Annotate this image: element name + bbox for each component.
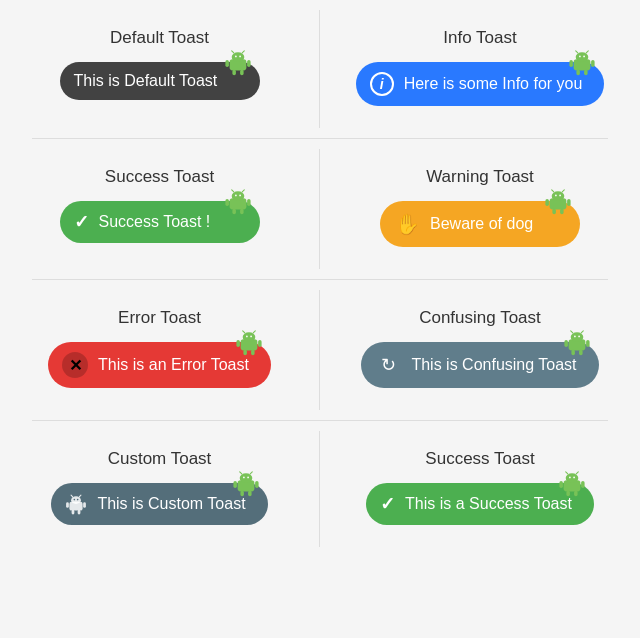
svg-point-61 bbox=[239, 473, 252, 483]
toast-success2: ✓ This is a Success Toast bbox=[366, 483, 594, 525]
svg-rect-26 bbox=[225, 199, 229, 206]
svg-point-2 bbox=[235, 56, 237, 58]
hand-icon: ✋ bbox=[394, 211, 420, 237]
android-badge-error bbox=[235, 328, 263, 356]
check-icon-2: ✓ bbox=[380, 493, 395, 515]
toast-title-error: Error Toast bbox=[118, 308, 201, 328]
svg-rect-38 bbox=[552, 209, 556, 215]
x-icon: ✕ bbox=[62, 352, 88, 378]
svg-rect-46 bbox=[236, 340, 240, 347]
toast-cell-success2: Success Toast ✓ This is a Success Toast bbox=[320, 431, 640, 547]
svg-rect-89 bbox=[574, 491, 578, 497]
toast-title-confusing: Confusing Toast bbox=[419, 308, 541, 328]
svg-rect-27 bbox=[247, 199, 251, 206]
svg-point-52 bbox=[574, 336, 576, 338]
svg-rect-6 bbox=[225, 60, 229, 67]
svg-rect-36 bbox=[545, 199, 549, 206]
svg-point-11 bbox=[576, 52, 589, 62]
toast-confusing: ↻ This is Confusing Toast bbox=[361, 342, 598, 388]
toast-error: ✕ This is an Error Toast bbox=[48, 342, 271, 388]
svg-point-13 bbox=[584, 56, 586, 58]
svg-point-32 bbox=[555, 195, 557, 197]
toast-title-success: Success Toast bbox=[105, 167, 214, 187]
svg-line-44 bbox=[243, 331, 245, 333]
svg-line-55 bbox=[581, 331, 583, 333]
svg-rect-39 bbox=[560, 209, 564, 215]
svg-line-35 bbox=[562, 190, 564, 192]
toast-text-confusing: This is Confusing Toast bbox=[411, 356, 576, 374]
svg-line-75 bbox=[80, 495, 82, 497]
toast-cell-confusing: Confusing Toast ↻ This is Confusing Toas… bbox=[320, 290, 640, 410]
svg-point-42 bbox=[246, 336, 248, 338]
svg-point-82 bbox=[569, 477, 571, 479]
svg-rect-66 bbox=[233, 481, 237, 488]
svg-line-34 bbox=[552, 190, 554, 192]
android-badge-warning bbox=[544, 187, 572, 215]
svg-line-74 bbox=[71, 495, 73, 497]
svg-rect-58 bbox=[571, 350, 575, 356]
svg-line-85 bbox=[576, 472, 578, 474]
svg-rect-49 bbox=[251, 350, 255, 356]
toast-default: This is Default Toast bbox=[60, 62, 260, 100]
toast-cell-info: Info Toast i Here is some Info for you bbox=[320, 10, 640, 128]
svg-rect-29 bbox=[240, 209, 244, 215]
toast-info: i Here is some Info for you bbox=[356, 62, 605, 106]
toast-title-success2: Success Toast bbox=[425, 449, 534, 469]
svg-line-5 bbox=[242, 51, 244, 53]
svg-rect-88 bbox=[566, 491, 570, 497]
svg-point-72 bbox=[74, 499, 76, 501]
svg-rect-9 bbox=[240, 70, 244, 76]
svg-rect-87 bbox=[581, 481, 585, 488]
svg-point-43 bbox=[250, 336, 252, 338]
svg-rect-37 bbox=[567, 199, 571, 206]
toast-text-custom: This is Custom Toast bbox=[97, 495, 245, 513]
svg-rect-59 bbox=[579, 350, 583, 356]
svg-point-22 bbox=[235, 195, 237, 197]
svg-rect-16 bbox=[570, 60, 574, 67]
toast-warning: ✋ Beware of dog bbox=[380, 201, 580, 247]
svg-point-31 bbox=[552, 191, 565, 201]
toast-cell-default: Default Toast bbox=[0, 10, 320, 128]
svg-rect-17 bbox=[591, 60, 595, 67]
svg-rect-76 bbox=[66, 502, 69, 508]
svg-line-64 bbox=[239, 472, 241, 474]
toast-text-success2: This is a Success Toast bbox=[405, 495, 572, 513]
android-badge-info bbox=[568, 48, 596, 76]
svg-point-3 bbox=[239, 56, 241, 58]
svg-rect-56 bbox=[564, 340, 568, 347]
svg-point-1 bbox=[231, 52, 244, 62]
toast-title-default: Default Toast bbox=[110, 28, 209, 48]
info-icon: i bbox=[370, 72, 394, 96]
svg-line-65 bbox=[250, 472, 252, 474]
svg-line-15 bbox=[587, 51, 589, 53]
svg-line-54 bbox=[570, 331, 572, 333]
svg-point-23 bbox=[239, 195, 241, 197]
svg-rect-18 bbox=[577, 70, 581, 76]
toast-title-warning: Warning Toast bbox=[426, 167, 534, 187]
svg-point-63 bbox=[247, 477, 249, 479]
toast-text-success: Success Toast ! bbox=[99, 213, 211, 231]
toast-custom: This is Custom Toast bbox=[51, 483, 267, 525]
svg-rect-48 bbox=[243, 350, 247, 356]
android-badge-custom bbox=[232, 469, 260, 497]
robot-icon bbox=[65, 493, 87, 515]
toast-cell-custom: Custom Toast bbox=[0, 431, 320, 547]
svg-rect-79 bbox=[78, 510, 81, 514]
svg-point-62 bbox=[243, 477, 245, 479]
svg-rect-28 bbox=[232, 209, 236, 215]
toast-text-info: Here is some Info for you bbox=[404, 75, 583, 93]
android-badge-confusing bbox=[563, 328, 591, 356]
android-badge-default bbox=[224, 48, 252, 76]
svg-line-45 bbox=[253, 331, 255, 333]
toast-title-info: Info Toast bbox=[443, 28, 516, 48]
toast-text-default: This is Default Toast bbox=[74, 72, 218, 90]
svg-line-4 bbox=[231, 51, 233, 53]
svg-line-24 bbox=[231, 190, 233, 192]
svg-line-25 bbox=[242, 190, 244, 192]
svg-line-84 bbox=[566, 472, 568, 474]
svg-rect-8 bbox=[232, 70, 236, 76]
toast-cell-error: Error Toast ✕ This is an Error Toast bbox=[0, 290, 320, 410]
svg-rect-47 bbox=[258, 340, 262, 347]
svg-point-71 bbox=[71, 496, 81, 504]
toast-cell-warning: Warning Toast ✋ Beware of dog bbox=[320, 149, 640, 269]
